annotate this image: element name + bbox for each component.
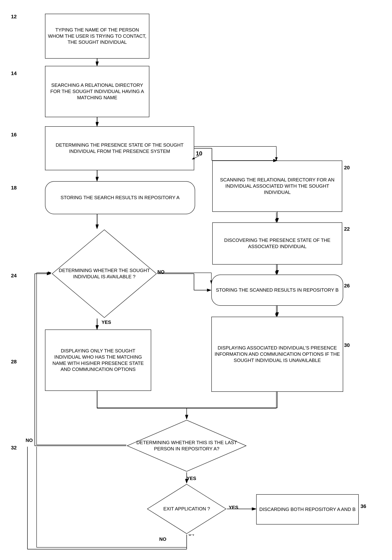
box-displaying-sought: DISPLAYING ONLY THE SOUGHT INDIVIDUAL WH… [45, 330, 151, 391]
label-30: 30 [344, 342, 350, 348]
label-14: 14 [11, 70, 17, 76]
box-discarding: DISCARDING BOTH REPOSITORY A AND B [256, 494, 359, 524]
yes-label-24: YES [102, 320, 111, 325]
diamond-exit: EXIT APPLICATION ? [147, 483, 227, 535]
label-16: 16 [11, 132, 17, 138]
box-discovering: DISCOVERING THE PRESENCE STATE OF THE AS… [212, 222, 342, 265]
svg-line-26 [192, 156, 199, 159]
no-label-32: NO [26, 438, 33, 443]
box-displaying-associated: DISPLAYING ASSOCIATED INDIVIDUAL'S PRESE… [211, 317, 343, 392]
yes-label-34: YES [229, 505, 238, 510]
diamond-last-person: DETERMINING WHETHER THIS IS THE LAST PER… [126, 419, 247, 472]
no-label-34: NO [159, 536, 166, 542]
label-18: 18 [11, 185, 17, 191]
box-searching: SEARCHING A RELATIONAL DIRECTORY FOR THE… [45, 66, 149, 117]
box-storing-repo-a: STORING THE SEARCH RESULTS IN REPOSITORY… [45, 181, 195, 214]
label-28: 28 [11, 359, 17, 365]
no-label-24: NO [157, 269, 165, 275]
diamond-available: DETERMINING WHETHER THE SOUGHT INDIVIDUA… [51, 229, 157, 319]
label-36: 36 [361, 503, 366, 509]
yes-label-32: YES [187, 476, 196, 481]
box-scanning: SCANNING THE RELATIONAL DIRECTORY FOR AN… [212, 160, 342, 212]
figure-arrow [190, 154, 201, 161]
label-32: 32 [11, 445, 17, 451]
label-24: 24 [11, 273, 17, 279]
box-storing-repo-b: STORING THE SCANNED RESULTS IN REPOSITOR… [211, 275, 343, 306]
label-26: 26 [344, 283, 350, 289]
label-20: 20 [344, 165, 350, 171]
box-typing: TYPING THE NAME OF THE PERSON WHOM THE U… [45, 14, 149, 59]
flowchart-diagram: 12 TYPING THE NAME OF THE PERSON WHOM TH… [0, 0, 392, 560]
label-12: 12 [11, 14, 17, 20]
box-determining-presence: DETERMINING THE PRESENCE STATE OF THE SO… [45, 126, 194, 170]
label-22: 22 [344, 226, 350, 232]
